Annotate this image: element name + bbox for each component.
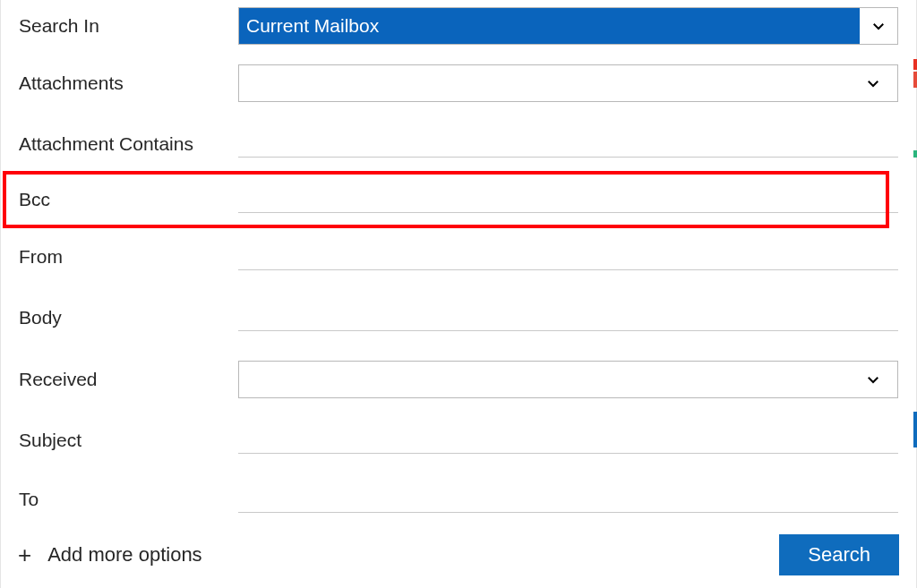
edge-artifact xyxy=(913,150,917,158)
control-to xyxy=(238,486,898,513)
dropdown-attachments[interactable] xyxy=(238,64,898,102)
label-search-in: Search In xyxy=(19,15,238,37)
control-body xyxy=(238,304,898,331)
row-subject: Subject xyxy=(1,411,916,470)
input-attachment-contains[interactable] xyxy=(238,131,898,158)
label-subject: Subject xyxy=(19,430,238,451)
edge-artifact xyxy=(913,59,917,70)
chevron-down-icon[interactable] xyxy=(854,65,892,101)
add-more-options-button[interactable]: + Add more options xyxy=(18,543,202,567)
input-subject[interactable] xyxy=(238,427,898,454)
row-received: Received xyxy=(1,348,916,411)
control-search-in: Current Mailbox xyxy=(238,7,898,45)
input-body[interactable] xyxy=(238,304,898,331)
label-received: Received xyxy=(19,369,238,390)
edge-artifact xyxy=(913,72,917,88)
control-subject xyxy=(238,427,898,454)
label-attachment-contains: Attachment Contains xyxy=(19,133,238,155)
advanced-search-panel: Search In Current Mailbox Attachments At… xyxy=(0,0,917,588)
chevron-down-icon[interactable] xyxy=(860,8,897,44)
row-from: From xyxy=(1,226,916,287)
control-bcc xyxy=(238,186,898,213)
bottom-bar: + Add more options Search xyxy=(18,533,899,577)
input-from[interactable] xyxy=(238,243,898,270)
row-attachment-contains: Attachment Contains xyxy=(1,115,916,173)
label-to: To xyxy=(19,489,238,510)
row-attachments: Attachments xyxy=(1,52,916,115)
label-attachments: Attachments xyxy=(19,72,238,94)
control-attachment-contains xyxy=(238,131,898,158)
control-received xyxy=(238,361,898,398)
control-attachments xyxy=(238,64,898,102)
label-from: From xyxy=(19,246,238,268)
control-from xyxy=(238,243,898,270)
input-to[interactable] xyxy=(238,486,898,513)
search-button[interactable]: Search xyxy=(779,534,899,575)
row-to: To xyxy=(1,470,916,529)
dropdown-search-in-value: Current Mailbox xyxy=(239,8,860,44)
label-body: Body xyxy=(19,307,238,328)
row-bcc: Bcc xyxy=(1,173,916,226)
row-search-in: Search In Current Mailbox xyxy=(1,0,916,52)
plus-icon: + xyxy=(18,543,31,567)
dropdown-received[interactable] xyxy=(238,361,898,398)
edge-artifact xyxy=(913,412,917,447)
chevron-down-icon[interactable] xyxy=(854,362,892,397)
row-body: Body xyxy=(1,287,916,348)
dropdown-search-in[interactable]: Current Mailbox xyxy=(238,7,898,45)
add-more-label: Add more options xyxy=(47,543,201,567)
input-bcc[interactable] xyxy=(238,186,898,213)
label-bcc: Bcc xyxy=(19,189,238,210)
